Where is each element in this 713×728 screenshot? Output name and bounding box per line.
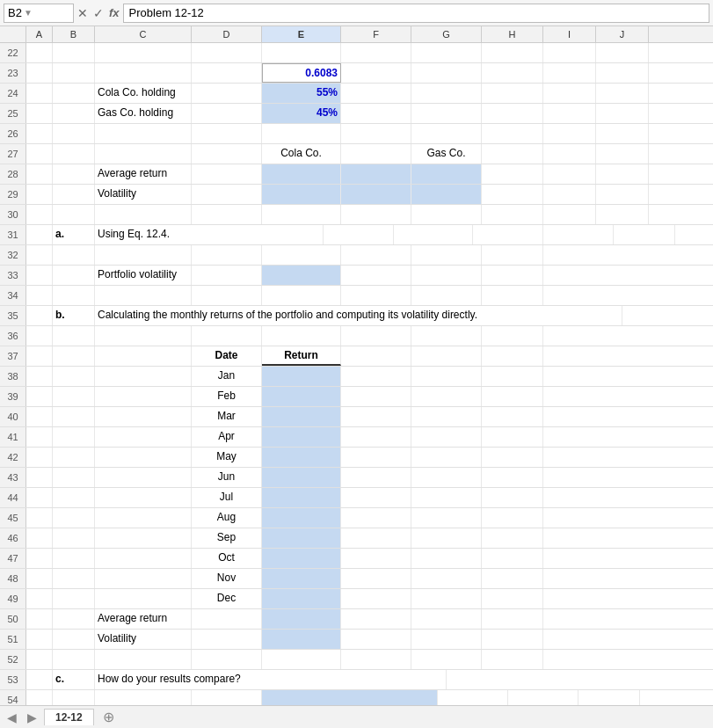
cell-22-C[interactable] bbox=[95, 43, 192, 62]
cell-40-F[interactable] bbox=[341, 407, 411, 426]
cell-22-F[interactable] bbox=[341, 43, 411, 62]
cell-24-D[interactable] bbox=[192, 84, 262, 103]
cell-33-G[interactable] bbox=[411, 266, 482, 285]
cell-47-D[interactable]: Oct bbox=[192, 549, 262, 568]
cell-39-G[interactable] bbox=[411, 387, 482, 406]
cell-52-E[interactable] bbox=[262, 650, 341, 669]
cell-29-A[interactable] bbox=[26, 185, 53, 204]
cell-45-H[interactable] bbox=[482, 508, 543, 528]
cell-39-B[interactable] bbox=[53, 387, 95, 406]
cell-28-H[interactable] bbox=[482, 164, 543, 184]
cell-42-C[interactable] bbox=[95, 448, 192, 467]
cell-22-D[interactable] bbox=[192, 43, 262, 62]
cell-22-H[interactable] bbox=[482, 43, 543, 62]
cell-30-F[interactable] bbox=[341, 205, 411, 224]
cell-26-C[interactable] bbox=[95, 124, 192, 143]
cell-26-J[interactable] bbox=[596, 124, 649, 143]
cell-40-A[interactable] bbox=[26, 407, 53, 426]
cell-47-E[interactable] bbox=[262, 549, 341, 568]
cell-32-H[interactable] bbox=[482, 245, 543, 265]
cell-27-H[interactable] bbox=[482, 144, 543, 164]
cell-23-I[interactable] bbox=[543, 63, 596, 83]
cell-25-H[interactable] bbox=[482, 104, 543, 123]
cell-51-C[interactable]: Volatility bbox=[95, 630, 192, 649]
cell-45-C[interactable] bbox=[95, 508, 192, 528]
cell-25-G[interactable] bbox=[411, 104, 482, 123]
cell-29-C[interactable]: Volatility bbox=[95, 185, 192, 204]
cell-33-A[interactable] bbox=[26, 266, 53, 285]
cell-44-C[interactable] bbox=[95, 488, 192, 507]
cell-33-E[interactable] bbox=[262, 266, 341, 285]
cell-32-E[interactable] bbox=[262, 245, 341, 265]
cell-23-C[interactable] bbox=[95, 63, 192, 83]
cell-25-A[interactable] bbox=[26, 104, 53, 123]
cell-49-B[interactable] bbox=[53, 589, 95, 608]
cell-27-B[interactable] bbox=[53, 144, 95, 164]
cell-24-H[interactable] bbox=[482, 84, 543, 103]
cell-51-D[interactable] bbox=[192, 630, 262, 649]
cell-33-B[interactable] bbox=[53, 266, 95, 285]
cell-31-D[interactable] bbox=[324, 225, 394, 244]
cell-38-F[interactable] bbox=[341, 367, 411, 386]
cell-38-C[interactable] bbox=[95, 367, 192, 386]
cell-43-E[interactable] bbox=[262, 468, 341, 487]
cell-37-C[interactable] bbox=[95, 346, 192, 366]
cell-27-I[interactable] bbox=[543, 144, 596, 164]
cell-33-D[interactable] bbox=[192, 266, 262, 285]
cell-25-D[interactable] bbox=[192, 104, 262, 123]
cell-23-B[interactable] bbox=[53, 63, 95, 83]
cell-51-H[interactable] bbox=[482, 630, 543, 649]
cell-42-H[interactable] bbox=[482, 448, 543, 467]
cell-44-G[interactable] bbox=[411, 488, 482, 507]
cell-41-E[interactable] bbox=[262, 427, 341, 447]
cell-24-C[interactable]: Cola Co. holding bbox=[95, 84, 192, 103]
cell-31-C[interactable]: Using Eq. 12.4. bbox=[95, 225, 324, 244]
cell-27-D[interactable] bbox=[192, 144, 262, 164]
cell-50-H[interactable] bbox=[482, 609, 543, 629]
cell-28-J[interactable] bbox=[596, 164, 649, 184]
cell-29-E[interactable] bbox=[262, 185, 341, 204]
cell-37-E[interactable]: Return bbox=[262, 346, 341, 366]
cell-48-F[interactable] bbox=[341, 569, 411, 588]
cell-34-H[interactable] bbox=[482, 286, 543, 305]
cell-42-D[interactable]: May bbox=[192, 448, 262, 467]
cell-49-H[interactable] bbox=[482, 589, 543, 608]
cell-28-F[interactable] bbox=[341, 164, 411, 184]
cell-48-B[interactable] bbox=[53, 569, 95, 588]
cell-24-I[interactable] bbox=[543, 84, 596, 103]
formula-input[interactable] bbox=[123, 4, 709, 23]
cell-34-E[interactable] bbox=[262, 286, 341, 305]
cell-28-A[interactable] bbox=[26, 164, 53, 184]
tab-12-12[interactable]: 12-12 bbox=[44, 709, 94, 710]
cell-44-D[interactable]: Jul bbox=[192, 488, 262, 507]
cell-35-B[interactable]: b. bbox=[53, 306, 95, 325]
col-header-J[interactable]: J bbox=[596, 26, 649, 42]
cell-36-A[interactable] bbox=[26, 326, 53, 346]
cell-49-F[interactable] bbox=[341, 589, 411, 608]
cell-34-D[interactable] bbox=[192, 286, 262, 305]
formula-fx-icon[interactable]: fx bbox=[109, 6, 120, 19]
cell-43-B[interactable] bbox=[53, 468, 95, 487]
cell-30-C[interactable] bbox=[95, 205, 192, 224]
cell-24-F[interactable] bbox=[341, 84, 411, 103]
cell-46-F[interactable] bbox=[341, 528, 411, 548]
cell-40-D[interactable]: Mar bbox=[192, 407, 262, 426]
cell-37-F[interactable] bbox=[341, 346, 411, 366]
cell-31-H[interactable] bbox=[614, 225, 675, 244]
cell-22-I[interactable] bbox=[543, 43, 596, 62]
cell-45-E[interactable] bbox=[262, 508, 341, 528]
col-header-G[interactable]: G bbox=[411, 26, 482, 42]
cell-50-C[interactable]: Average return bbox=[95, 609, 192, 629]
cell-45-A[interactable] bbox=[26, 508, 53, 528]
cell-26-F[interactable] bbox=[341, 124, 411, 143]
cell-42-G[interactable] bbox=[411, 448, 482, 467]
cell-32-F[interactable] bbox=[341, 245, 411, 265]
cell-30-J[interactable] bbox=[596, 205, 649, 224]
cell-24-B[interactable] bbox=[53, 84, 95, 103]
cell-50-B[interactable] bbox=[53, 609, 95, 629]
cell-48-D[interactable]: Nov bbox=[192, 569, 262, 588]
cell-29-G[interactable] bbox=[411, 185, 482, 204]
cell-29-F[interactable] bbox=[341, 185, 411, 204]
cell-26-D[interactable] bbox=[192, 124, 262, 143]
cell-37-H[interactable] bbox=[482, 346, 543, 366]
